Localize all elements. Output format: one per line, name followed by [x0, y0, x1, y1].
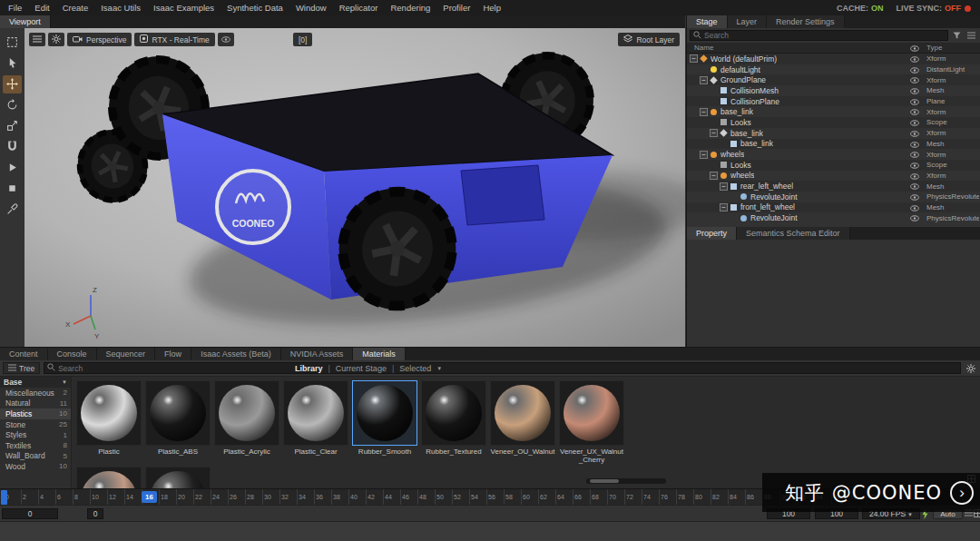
stage-search-box[interactable]	[690, 30, 948, 41]
collapse-expander-icon[interactable]: −	[700, 108, 708, 116]
start-time-field[interactable]: 0	[2, 508, 58, 519]
timeline-tick[interactable]: 42	[366, 489, 383, 505]
timeline-playhead[interactable]: 16	[142, 491, 157, 503]
timeline-tick[interactable]: 52	[452, 489, 469, 505]
timeline-tick[interactable]: 32	[279, 489, 297, 505]
play-tool-button[interactable]	[3, 159, 22, 177]
renderer-selector-button[interactable]: RTX - Real-Time	[134, 33, 214, 46]
select-tool-button[interactable]	[3, 54, 22, 73]
stop-tool-button[interactable]	[3, 180, 22, 198]
timeline-scroll-marker[interactable]	[1, 490, 7, 505]
tab-layer[interactable]: Layer	[728, 15, 768, 28]
lighting-menu-button[interactable]: [0]	[293, 33, 312, 46]
category-item-natural[interactable]: Natural11	[0, 398, 71, 409]
scrollbar-thumb[interactable]	[590, 479, 619, 483]
stage-search-input[interactable]	[704, 31, 945, 40]
filter-funnel-icon[interactable]	[951, 32, 963, 39]
material-item-plastic-acrylic[interactable]: Plastic_Acrylic	[214, 380, 279, 465]
tab-viewport[interactable]: Viewport	[0, 15, 51, 28]
timeline-tick[interactable]: 62	[538, 489, 555, 505]
material-item-rubber-textured[interactable]: Rubber_Textured	[421, 380, 486, 465]
visibility-eye-icon[interactable]	[910, 87, 919, 96]
tab-stage[interactable]: Stage	[687, 15, 728, 28]
scale-tool-button[interactable]	[3, 117, 22, 135]
material-item-plastic-abs[interactable]: Plastic_ABS	[145, 380, 211, 465]
type-column-header[interactable]: Type	[926, 44, 942, 52]
timeline-tick[interactable]: 40	[348, 489, 366, 505]
name-column-header[interactable]: Name	[694, 44, 713, 52]
material-item-partial[interactable]	[145, 467, 211, 488]
material-item-plastic[interactable]: Plastic	[76, 380, 142, 465]
visibility-column-eye-icon[interactable]	[910, 45, 919, 54]
stage-tree-row-groundplane[interactable]: −GroundPlaneXform	[687, 74, 980, 85]
category-item-styles[interactable]: Styles1	[0, 429, 71, 440]
timeline-tick[interactable]: 48	[417, 489, 435, 505]
timeline-tick[interactable]: 30	[262, 489, 279, 505]
timeline-tick[interactable]: 26	[228, 489, 245, 505]
timeline-tick[interactable]: 68	[590, 489, 607, 505]
timeline-tick[interactable]: 10	[90, 489, 107, 505]
menu-item-create[interactable]: Create	[56, 0, 95, 15]
tab-semantics-schema-editor[interactable]: Semantics Schema Editor	[737, 227, 850, 240]
stage-options-icon[interactable]	[965, 32, 977, 39]
watermark-arrow-icon[interactable]: ›	[950, 481, 974, 505]
timeline-tick[interactable]: 80	[693, 489, 710, 505]
menu-item-isaac-utils[interactable]: Isaac Utils	[94, 0, 147, 15]
visibility-eye-icon[interactable]	[910, 204, 919, 213]
source-tab-selected[interactable]: Selected	[399, 364, 431, 373]
visibility-eye-icon[interactable]	[910, 182, 919, 192]
stage-tree-row-base-link[interactable]: −base_linkXform	[687, 106, 980, 117]
stage-tree-row-rear-left-wheel[interactable]: −rear_left_wheelMesh	[687, 181, 980, 192]
timeline-tick[interactable]: 78	[676, 489, 693, 505]
menu-item-replicator[interactable]: Replicator	[333, 0, 385, 15]
stage-tree-row-defaultlight[interactable]: defaultLightDistantLight	[687, 64, 980, 75]
timeline-tick[interactable]: 58	[504, 489, 521, 505]
timeline-tick[interactable]: 86	[745, 489, 762, 505]
material-item-veneer-ux-walnut-cherry[interactable]: Veneer_UX_Walnut_Cherry	[559, 380, 624, 465]
visibility-eye-icon[interactable]	[910, 214, 919, 223]
eyedropper-tool-button[interactable]	[3, 201, 22, 219]
source-tab-library[interactable]: Library	[295, 364, 323, 373]
root-layer-button[interactable]: Root Layer	[618, 33, 680, 46]
collapse-expander-icon[interactable]: −	[710, 172, 718, 180]
stage-tree-row-looks[interactable]: LooksScope	[687, 160, 980, 171]
menu-item-synthetic-data[interactable]: Synthetic Data	[220, 0, 289, 15]
tab-render-settings[interactable]: Render Settings	[767, 15, 845, 28]
chevron-down-icon[interactable]: ▼	[436, 366, 442, 371]
timeline-tick[interactable]: 46	[400, 489, 417, 505]
stage-tree-row-wheels[interactable]: −wheelsXform	[687, 149, 980, 160]
materials-search-input[interactable]	[58, 364, 957, 373]
timeline-tick[interactable]: 72	[624, 489, 642, 505]
tree-view-button[interactable]: Tree	[3, 362, 40, 374]
visibility-options-button[interactable]	[218, 33, 234, 46]
tab-content[interactable]: Content	[0, 348, 48, 360]
collapse-expander-icon[interactable]: −	[700, 151, 708, 159]
live-sync-status[interactable]: LIVE SYNC:OFF	[896, 4, 971, 13]
menu-item-window[interactable]: Window	[289, 0, 333, 15]
collapse-expander-icon[interactable]: −	[720, 203, 728, 211]
category-item-textiles[interactable]: Textiles8	[0, 440, 71, 451]
timeline-tick[interactable]: 44	[383, 489, 400, 505]
timeline-tick[interactable]: 36	[314, 489, 331, 505]
timeline-tick[interactable]: 34	[297, 489, 314, 505]
visibility-eye-icon[interactable]	[910, 130, 919, 139]
collapse-expander-icon[interactable]: −	[700, 76, 708, 84]
viewport-settings-button[interactable]	[48, 33, 64, 46]
visibility-eye-icon[interactable]	[910, 172, 919, 182]
marquee-select-tool-button[interactable]	[3, 34, 22, 52]
move-tool-button[interactable]	[3, 75, 22, 93]
visibility-eye-icon[interactable]	[910, 76, 919, 85]
category-group-header[interactable]: Base ▼	[0, 377, 71, 388]
menu-item-file[interactable]: File	[2, 0, 28, 15]
visibility-eye-icon[interactable]	[910, 151, 919, 160]
rotate-tool-button[interactable]	[3, 96, 22, 114]
tab-property[interactable]: Property	[687, 227, 737, 240]
stage-tree-row-looks[interactable]: LooksScope	[687, 117, 980, 128]
visibility-eye-icon[interactable]	[910, 66, 919, 75]
materials-horizontal-scrollbar[interactable]	[586, 478, 666, 484]
collapse-expander-icon[interactable]: −	[690, 54, 698, 63]
timeline-tick[interactable]: 60	[521, 489, 538, 505]
collapse-expander-icon[interactable]: −	[710, 129, 718, 137]
menu-item-edit[interactable]: Edit	[28, 0, 55, 15]
timeline-tick[interactable]: 66	[573, 489, 590, 505]
